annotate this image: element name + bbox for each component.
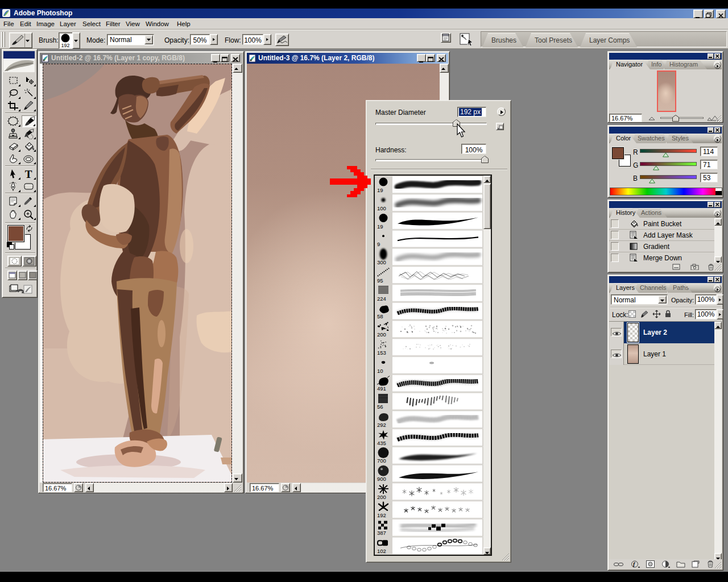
svg-text:56: 56 xyxy=(377,404,383,410)
svg-text:200: 200 xyxy=(377,494,386,500)
svg-text:19: 19 xyxy=(377,223,383,230)
svg-text:19: 19 xyxy=(377,187,383,193)
svg-text:T: T xyxy=(25,168,32,180)
svg-text:192: 192 xyxy=(61,43,69,48)
svg-text:f: f xyxy=(633,561,636,567)
svg-text:9: 9 xyxy=(377,241,380,247)
svg-text:100: 100 xyxy=(377,205,386,211)
svg-text:200: 200 xyxy=(377,331,386,338)
svg-text:300: 300 xyxy=(377,259,386,265)
svg-text:387: 387 xyxy=(377,530,386,536)
svg-text:153: 153 xyxy=(377,350,386,356)
svg-text:224: 224 xyxy=(377,296,386,302)
svg-text:900: 900 xyxy=(377,476,386,482)
svg-text:700: 700 xyxy=(377,458,386,464)
svg-text:95: 95 xyxy=(377,277,383,284)
svg-text:435: 435 xyxy=(377,440,386,446)
svg-text:192: 192 xyxy=(377,512,386,518)
svg-text:102: 102 xyxy=(377,548,386,554)
svg-text:292: 292 xyxy=(377,422,386,428)
svg-text:491: 491 xyxy=(377,385,386,392)
svg-text:58: 58 xyxy=(377,313,383,319)
svg-text:10: 10 xyxy=(377,368,383,374)
